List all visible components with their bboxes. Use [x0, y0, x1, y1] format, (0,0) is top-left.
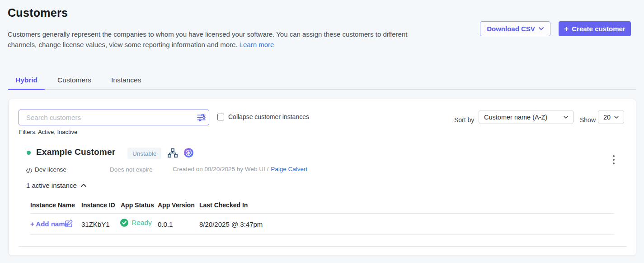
tab-instances[interactable]: Instances	[104, 71, 148, 89]
instances-summary-label: 1 active instance	[26, 182, 77, 189]
page-description: Customers generally represent the compan…	[8, 29, 453, 50]
column-header-instance-id: Instance ID	[81, 201, 115, 209]
sort-by-label: Sort by	[454, 116, 474, 124]
show-label: Show	[580, 116, 596, 124]
customers-card: Filters: Active, Inactive Collapse custo…	[8, 99, 636, 256]
description-line-1: Customers generally represent the compan…	[8, 29, 453, 39]
kubernetes-icon	[184, 148, 193, 158]
show-select[interactable]: 20	[598, 110, 624, 124]
tab-bar: Hybrid Customers Instances	[8, 71, 636, 90]
created-by-link[interactable]: Paige Calvert	[271, 166, 307, 172]
edit-pencil-icon[interactable]	[65, 219, 73, 228]
sort-select-value: Customer name (A-Z)	[484, 114, 547, 121]
column-header-app-version: App Version	[158, 201, 195, 209]
page-title: Customers	[8, 6, 68, 19]
search-input[interactable]	[19, 110, 209, 125]
create-customer-label: Create customer	[572, 25, 625, 33]
create-customer-button[interactable]: + Create customer	[559, 21, 631, 36]
column-header-last-checked-in: Last Checked In	[199, 201, 248, 209]
app-status-cell: Ready	[120, 219, 152, 227]
chevron-down-icon	[539, 27, 544, 30]
filter-sliders-icon[interactable]	[197, 114, 206, 121]
code-license-icon	[26, 167, 33, 172]
created-info: Created on 08/20/2025 by Web UI / Paige …	[173, 166, 307, 172]
instance-id-cell: 31ZKbY1	[81, 220, 110, 228]
table-row-divider	[30, 234, 614, 235]
customers-page: Customers Customers generally represent …	[0, 0, 644, 263]
download-csv-button[interactable]: Download CSV	[480, 21, 550, 36]
instances-collapse-toggle[interactable]: 1 active instance	[26, 182, 86, 189]
created-text: Created on 08/20/2025 by Web UI /	[173, 166, 268, 172]
tab-customers[interactable]: Customers	[50, 71, 99, 89]
add-instance-name-link[interactable]: + Add name	[30, 220, 69, 228]
tab-hybrid[interactable]: Hybrid	[8, 71, 45, 89]
sitemap-hierarchy-icon	[168, 148, 178, 158]
chevron-down-icon	[564, 116, 568, 119]
last-checked-in-cell: 8/20/2025 @ 3:47pm	[199, 220, 263, 228]
app-status-text: Ready	[132, 219, 152, 227]
active-filters-text: Filters: Active, Inactive	[19, 129, 77, 135]
plus-icon: +	[564, 25, 569, 33]
column-header-instance-name: Instance Name	[30, 201, 75, 209]
show-select-value: 20	[603, 114, 611, 121]
collapse-instances-label: Collapse customer instances	[228, 113, 309, 120]
chevron-down-icon	[614, 116, 619, 119]
channel-badge: Unstable	[127, 148, 161, 159]
sort-select[interactable]: Customer name (A-Z)	[479, 110, 573, 124]
active-status-dot	[27, 151, 31, 155]
column-header-app-status: App Status	[121, 201, 154, 209]
learn-more-link[interactable]: Learn more	[240, 41, 274, 48]
customer-actions-menu-icon[interactable]	[610, 154, 618, 165]
customer-name[interactable]: Example Customer	[36, 147, 115, 157]
license-expiration-text: Does not expire	[110, 166, 153, 173]
chevron-up-icon	[81, 184, 86, 187]
description-line-2: channels, change license values, view so…	[8, 39, 453, 50]
app-version-cell: 0.0.1	[158, 220, 173, 228]
download-csv-label: Download CSV	[487, 25, 535, 33]
license-type-label: Dev license	[35, 166, 66, 173]
check-circle-icon	[120, 219, 128, 227]
customer-block-divider	[19, 246, 627, 247]
collapse-instances-checkbox[interactable]	[217, 114, 224, 120]
collapse-instances-control[interactable]: Collapse customer instances	[217, 113, 309, 120]
table-header-divider	[30, 213, 614, 214]
